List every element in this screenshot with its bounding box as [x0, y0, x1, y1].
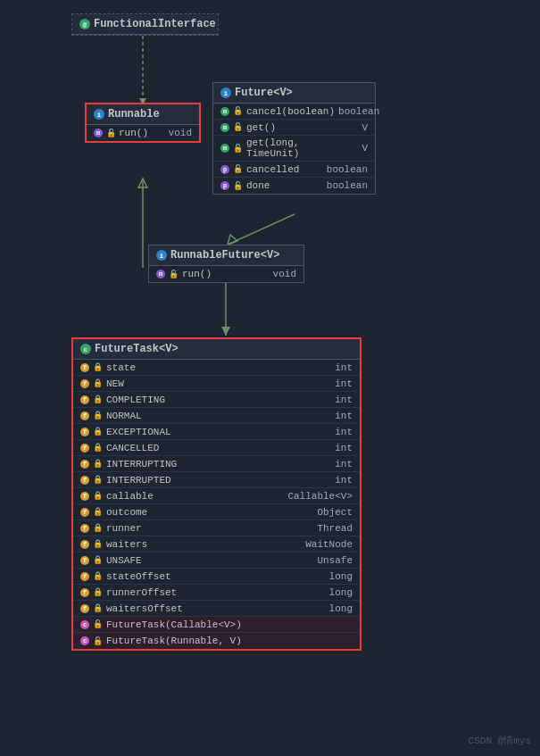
lock-icon: 🔒: [93, 362, 103, 372]
field-type: Unsafe: [317, 555, 353, 566]
lock-icon: 🔓: [233, 164, 243, 174]
runnable-future-name: RunnableFuture<V>: [170, 249, 279, 262]
field-name: EXCEPTIONAL: [106, 427, 171, 437]
interface-icon-future: i: [220, 87, 231, 98]
field-icon: f: [80, 363, 89, 372]
field-icon: f: [80, 588, 89, 597]
runnable-future-header: i RunnableFuture<V>: [149, 245, 303, 266]
field-name: INTERRUPTED: [106, 475, 171, 486]
field-icon: f: [80, 492, 89, 501]
method-name: cancel(boolean): [246, 106, 335, 117]
future-task-header: c FutureTask<V>: [73, 339, 360, 360]
field-name: NORMAL: [106, 411, 142, 421]
method-type: void: [169, 128, 192, 138]
future-done-row: p 🔓 done boolean: [213, 178, 375, 194]
constructor-name: FutureTask(Callable<V>): [106, 619, 242, 630]
return-type: void: [273, 269, 296, 279]
field-waitersoffset: f 🔒 waitersOffset long: [73, 601, 360, 617]
field-outcome: f 🔒 outcome Object: [73, 504, 360, 520]
field-cancelled: f 🔒 CANCELLED int: [73, 440, 360, 456]
future-get-long-row: m 🔓 get(long, TimeUnit) V: [213, 136, 375, 162]
lock-icon: 🔒: [93, 475, 103, 485]
future-box: i Future<V> m 🔓 cancel(boolean) boolean …: [212, 82, 376, 195]
vis-icon: m: [220, 144, 229, 153]
svg-marker-5: [228, 235, 237, 245]
field-completing: f 🔒 COMPLETING int: [73, 392, 360, 408]
svg-line-4: [228, 214, 295, 245]
field-name: outcome: [106, 507, 147, 518]
field-type: Thread: [317, 523, 353, 534]
field-icon: f: [80, 508, 89, 517]
interface-icon-runnable: i: [94, 109, 104, 120]
field-icon: f: [80, 428, 89, 436]
field-icon: f: [80, 395, 89, 404]
field-name: UNSAFE: [106, 555, 142, 566]
field-type: WaitNode: [305, 539, 353, 550]
vis-icon: m: [220, 107, 229, 116]
lock-icon: 🔓: [233, 181, 243, 191]
future-cancel-row: m 🔓 cancel(boolean) boolean: [213, 104, 375, 120]
lock-icon: 🔒: [93, 507, 103, 517]
field-type: int: [335, 443, 353, 453]
field-type: Callable<V>: [287, 491, 353, 502]
runnablefuture-run-row: m 🔓 run() void: [149, 266, 303, 282]
constructor-runnable: c 🔓 FutureTask(Runnable, V): [73, 633, 360, 649]
lock-icon: 🔒: [93, 603, 103, 613]
field-type: long: [329, 603, 353, 614]
lock-icon: 🔒: [93, 459, 103, 469]
lock-icon: 🔒: [93, 411, 103, 420]
method-name: run(): [182, 269, 212, 279]
class-icon-futuretask: c: [80, 344, 91, 354]
field-stateoffset: f 🔒 stateOffset long: [73, 569, 360, 585]
field-icon: f: [80, 379, 89, 388]
field-name: INTERRUPTING: [106, 459, 177, 469]
field-runner: f 🔒 runner Thread: [73, 520, 360, 536]
functional-interface-box: @ FunctionalInterface: [71, 13, 219, 36]
field-interrupting: f 🔒 INTERRUPTING int: [73, 456, 360, 472]
vis-icon: m: [220, 123, 229, 132]
field-type: int: [335, 378, 353, 389]
lock-icon: 🔒: [93, 571, 103, 581]
field-type: int: [335, 427, 353, 437]
future-task-name: FutureTask<V>: [95, 343, 179, 355]
future-name: Future<V>: [235, 87, 293, 99]
field-name: NEW: [106, 378, 124, 389]
vis-icon: p: [220, 181, 229, 190]
field-icon: f: [80, 556, 89, 565]
watermark: CSDN @情mys: [469, 734, 531, 747]
field-normal: f 🔒 NORMAL int: [73, 408, 360, 424]
field-waiters: f 🔒 waiters WaitNode: [73, 536, 360, 552]
lock-icon: 🔒: [93, 539, 103, 549]
field-icon: f: [80, 411, 89, 420]
field-runneroffset: f 🔒 runnerOffset long: [73, 585, 360, 601]
field-icon: f: [80, 476, 89, 485]
lock-icon: 🔓: [93, 619, 103, 629]
field-name: runner: [106, 523, 142, 534]
field-state: f 🔒 state int: [73, 360, 360, 376]
method-name: get(): [246, 122, 276, 133]
svg-marker-7: [221, 327, 230, 336]
lock-icon: 🔒: [93, 395, 103, 404]
field-type: int: [335, 475, 353, 486]
field-name: state: [106, 362, 136, 373]
lock-icon: 🔓: [233, 144, 243, 154]
field-type: int: [335, 362, 353, 373]
field-type: boolean: [327, 180, 368, 191]
lock-icon: 🔓: [106, 129, 115, 137]
lock-icon: 🔓: [93, 636, 103, 646]
lock-icon: 🔒: [93, 587, 103, 597]
field-exceptional: f 🔒 EXCEPTIONAL int: [73, 424, 360, 440]
constructor-icon: c: [80, 620, 89, 629]
lock-icon: 🔓: [233, 122, 243, 132]
field-name: done: [246, 180, 270, 191]
constructor-icon: c: [80, 636, 89, 645]
field-icon: f: [80, 524, 89, 533]
functional-interface-header: @ FunctionalInterface: [72, 14, 218, 35]
constructor-callable: c 🔓 FutureTask(Callable<V>): [73, 617, 360, 633]
runnable-future-box: i RunnableFuture<V> m 🔓 run() void: [148, 245, 304, 283]
field-name: stateOffset: [106, 571, 171, 582]
field-icon: f: [80, 444, 89, 453]
field-icon: f: [80, 540, 89, 549]
field-type: int: [335, 395, 353, 405]
visibility-icon: m: [94, 129, 103, 137]
